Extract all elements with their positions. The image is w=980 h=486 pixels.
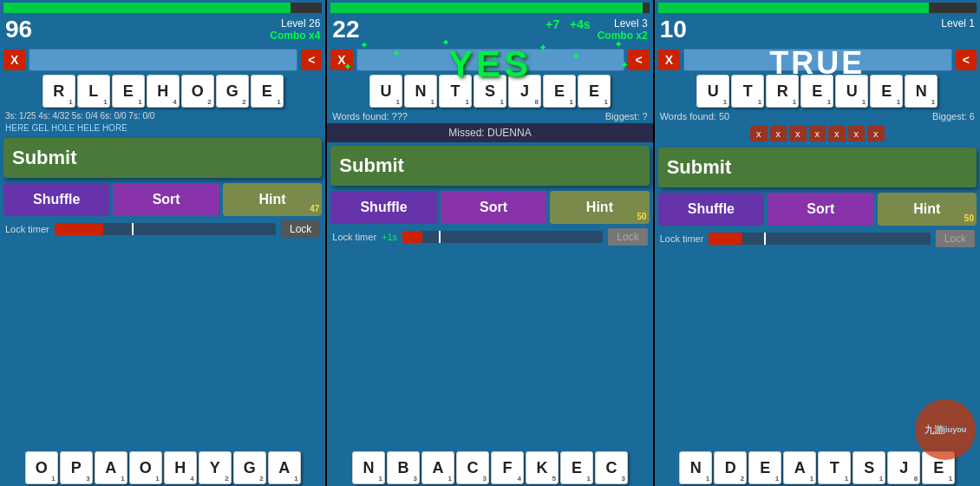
- bottom-tile[interactable]: K5: [526, 451, 559, 484]
- top-tile[interactable]: E1: [800, 75, 833, 108]
- top-tile[interactable]: N1: [905, 75, 938, 108]
- progress-bar-container: [3, 3, 322, 13]
- bottom-tile[interactable]: Y2: [199, 451, 232, 484]
- top-tile[interactable]: R1: [766, 75, 799, 108]
- level-text: Level 1: [941, 17, 975, 30]
- bottom-tile[interactable]: H4: [164, 451, 197, 484]
- words-found-row: Words found: 50 Biggest: 6: [655, 109, 980, 123]
- input-field[interactable]: [29, 49, 297, 71]
- level-text: Level 3: [598, 17, 648, 30]
- bottom-tile[interactable]: O1: [129, 451, 162, 484]
- lock-bar: [709, 233, 930, 245]
- lock-row: Lock timer Lock: [0, 218, 325, 240]
- top-tile[interactable]: E1: [543, 75, 576, 108]
- top-tile[interactable]: E1: [251, 75, 284, 108]
- x-small-button[interactable]: x: [770, 126, 787, 141]
- top-tiles-row: R1L1E1H4O2G2E1: [0, 73, 325, 109]
- x-small-button[interactable]: x: [809, 126, 826, 141]
- words-found-label: Words found: ???: [332, 111, 408, 122]
- bottom-tile[interactable]: A1: [783, 451, 816, 484]
- input-field[interactable]: [683, 49, 952, 71]
- submit-button[interactable]: Submit: [3, 138, 322, 178]
- shuffle-button[interactable]: Shuffle: [330, 191, 436, 224]
- lock-timer-label: Lock timer: [5, 224, 49, 234]
- back-button[interactable]: <: [628, 49, 649, 70]
- input-field[interactable]: [356, 49, 625, 71]
- top-tile[interactable]: U1: [369, 75, 402, 108]
- sort-button[interactable]: Sort: [441, 191, 546, 224]
- panel-3: 10 Level 1 TRUE X < U1T1R1E1U1E1N1 Words…: [655, 0, 980, 486]
- lock-button[interactable]: Lock: [608, 228, 647, 246]
- bottom-tile[interactable]: G2: [233, 451, 266, 484]
- bottom-tile[interactable]: A1: [268, 451, 301, 484]
- top-tiles-row: U1T1R1E1U1E1N1: [655, 73, 980, 109]
- back-button[interactable]: <: [956, 49, 977, 70]
- top-tile[interactable]: R1: [42, 75, 75, 108]
- top-tile[interactable]: T1: [439, 75, 472, 108]
- bottom-tile[interactable]: B3: [387, 451, 420, 484]
- bottom-tile[interactable]: D2: [714, 451, 747, 484]
- bottom-tile[interactable]: A1: [95, 451, 127, 484]
- bottom-tile[interactable]: E1: [748, 451, 781, 484]
- clear-button[interactable]: X: [330, 49, 352, 70]
- biggest-label: Biggest: ?: [605, 111, 648, 122]
- x-small-button[interactable]: x: [750, 126, 768, 141]
- submit-button[interactable]: Submit: [658, 148, 977, 187]
- lock-bar: [402, 231, 603, 243]
- hint-button[interactable]: Hint50: [550, 191, 649, 224]
- bottom-tile[interactable]: C3: [456, 451, 489, 484]
- bottom-tiles-row: N1B3A1C3F4K5E1C3: [327, 450, 652, 486]
- bottom-tile[interactable]: N1: [679, 451, 712, 484]
- clear-button[interactable]: X: [658, 49, 680, 70]
- lock-button[interactable]: Lock: [936, 230, 975, 247]
- bottom-tile[interactable]: N1: [352, 451, 385, 484]
- lock-plus: +1s: [382, 232, 397, 242]
- hint-button[interactable]: Hint50: [878, 193, 977, 226]
- x-small-button[interactable]: x: [848, 126, 866, 141]
- input-row: X <: [327, 47, 652, 73]
- x-small-button[interactable]: x: [828, 126, 846, 141]
- bottom-tile[interactable]: F4: [491, 451, 524, 484]
- words-found-label: Words found: 50: [660, 111, 730, 122]
- top-tile[interactable]: U1: [696, 75, 729, 108]
- submit-button[interactable]: Submit: [330, 146, 649, 186]
- sort-button[interactable]: Sort: [113, 183, 219, 216]
- top-tile[interactable]: T1: [731, 75, 764, 108]
- lock-bar-marker: [439, 231, 441, 243]
- bottom-tile[interactable]: A1: [421, 451, 454, 484]
- shuffle-button[interactable]: Shuffle: [3, 183, 109, 216]
- bottom-tiles-row: O1P3A1O1H4Y2G2A1: [0, 450, 325, 486]
- top-tile[interactable]: L1: [77, 75, 110, 108]
- top-tile[interactable]: E1: [870, 75, 903, 108]
- top-tile[interactable]: S1: [474, 75, 506, 108]
- x-small-button[interactable]: x: [867, 126, 885, 141]
- hint-button[interactable]: Hint47: [223, 183, 322, 216]
- bottom-tile[interactable]: C3: [595, 451, 628, 484]
- bottom-tile[interactable]: T1: [818, 451, 851, 484]
- level-text: Level 26: [270, 17, 320, 30]
- bottom-tile[interactable]: O1: [25, 451, 58, 484]
- bonus-score: +7: [546, 17, 570, 31]
- top-tile[interactable]: N1: [404, 75, 437, 108]
- back-button[interactable]: <: [301, 49, 322, 70]
- lock-timer-label: Lock timer: [332, 232, 376, 242]
- top-tile[interactable]: G2: [216, 75, 249, 108]
- top-tile[interactable]: U1: [835, 75, 868, 108]
- top-tile[interactable]: E1: [578, 75, 611, 108]
- top-tile[interactable]: E1: [112, 75, 145, 108]
- top-tile[interactable]: J8: [508, 75, 541, 108]
- top-tile[interactable]: H4: [147, 75, 180, 108]
- shuffle-button[interactable]: Shuffle: [658, 193, 764, 226]
- bottom-tile[interactable]: S1: [853, 451, 885, 484]
- lock-button[interactable]: Lock: [281, 220, 320, 238]
- top-tile[interactable]: O2: [181, 75, 214, 108]
- clear-button[interactable]: X: [3, 49, 25, 70]
- top-info: 96 Level 26 Combo x4: [0, 16, 325, 47]
- score: 96: [5, 17, 32, 42]
- x-small-button[interactable]: x: [789, 126, 807, 141]
- bottom-tile[interactable]: P3: [60, 451, 93, 484]
- bottom-tile[interactable]: E1: [560, 451, 593, 484]
- missed-row: Missed: DUENNA: [327, 123, 652, 142]
- stats-row: 3s: 1/25 4s: 4/32 5s: 0/4 6s: 0/0 7s: 0/…: [0, 109, 325, 122]
- sort-button[interactable]: Sort: [768, 193, 873, 226]
